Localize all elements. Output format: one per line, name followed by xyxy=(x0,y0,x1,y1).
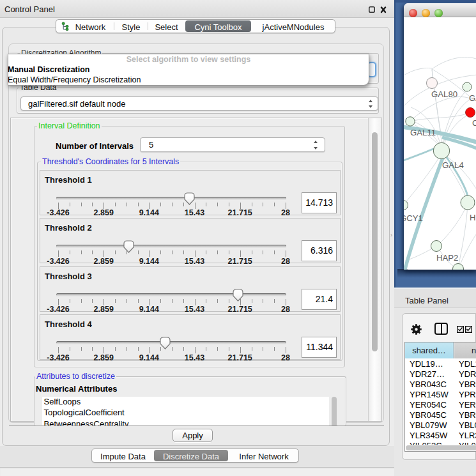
svg-text:H: H xyxy=(470,213,476,222)
svg-text:GAL11: GAL11 xyxy=(410,128,436,137)
svg-text:HAP2: HAP2 xyxy=(436,253,458,263)
svg-text:GAL80: GAL80 xyxy=(431,89,457,99)
svg-text:GCY1: GCY1 xyxy=(404,213,423,223)
svg-text:C: C xyxy=(472,118,476,128)
svg-text:GAL4: GAL4 xyxy=(442,160,464,170)
svg-text:GA: GA xyxy=(469,93,476,103)
